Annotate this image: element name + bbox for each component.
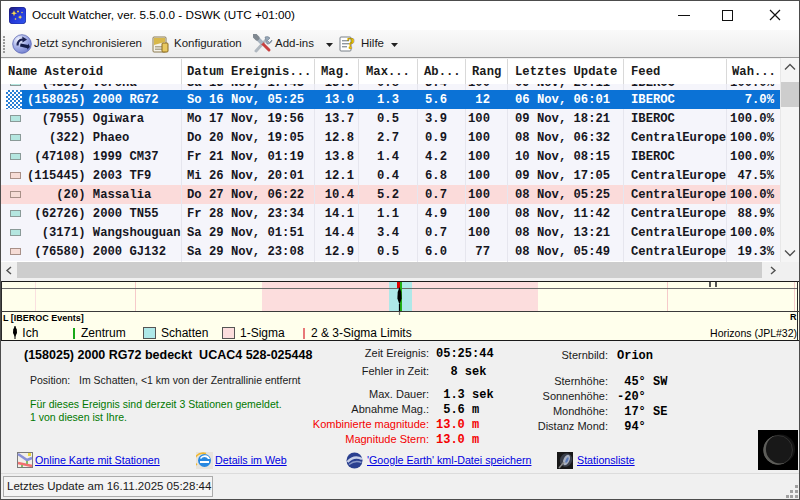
svg-text:?: ? <box>347 35 355 52</box>
